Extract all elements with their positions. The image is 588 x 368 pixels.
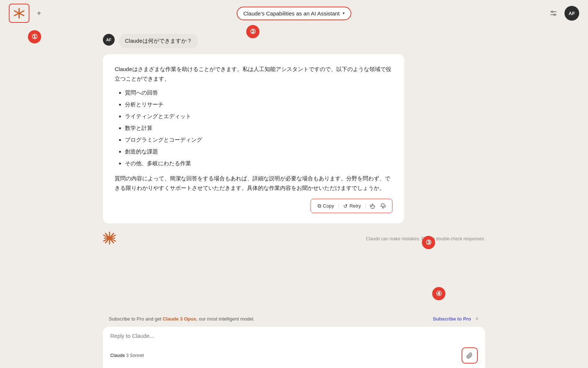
retry-icon: ↺ — [343, 203, 348, 209]
new-chat-button[interactable]: + — [32, 7, 46, 20]
list-item: 分析とリサーチ — [125, 100, 392, 109]
user-message-bubble: Claudeは何ができますか？ — [119, 34, 198, 48]
user-avatar[interactable]: AF — [564, 6, 579, 21]
subscribe-text: Subscribe to Pro and get Claude 3 Opus, … — [109, 316, 255, 322]
message-actions: ⧉ Copy ↺ Retry — [115, 199, 392, 213]
thumbs-up-button[interactable] — [367, 202, 377, 210]
list-item: プログラミングとコーディング — [125, 135, 392, 144]
thumbs-up-icon — [369, 203, 375, 209]
list-item: その他、多岐にわたる作業 — [125, 159, 392, 168]
assistant-intro: Claudeはさまざまな作業を助けることができます。私は人工知能アシスタントです… — [115, 64, 392, 84]
model-label: Claude 3 Sonnet — [110, 353, 144, 358]
settings-icon — [550, 10, 557, 17]
list-item: 数学と計算 — [125, 124, 392, 132]
disclaimer-text: Claude can make mistakes. Please double-… — [366, 236, 485, 241]
settings-button[interactable] — [547, 7, 560, 20]
thumbs-down-button[interactable] — [378, 202, 388, 210]
user-message: AF Claudeは何ができますか？ — [103, 34, 198, 48]
conversation-title-button[interactable]: Claude's Capabilities as an AI Assistant… — [237, 7, 351, 20]
disclaimer-row: Claude can make mistakes. Please double-… — [103, 229, 485, 248]
assistant-message-text: Claudeはさまざまな作業を助けることができます。私は人工知能アシスタントです… — [115, 64, 392, 193]
header: + Claude's Capabilities as an AI Assista… — [0, 0, 588, 26]
capabilities-list: 質問への回答 分析とリサーチ ライティングとエディット 数学と計算 プログラミン… — [115, 88, 392, 168]
thumbs-down-icon — [380, 203, 386, 209]
chat-area: AF Claudeは何ができますか？ Claudeはさまざまな作業を助けることが… — [0, 26, 588, 324]
header-left: + — [9, 4, 46, 23]
header-right: AF — [547, 6, 579, 21]
chevron-down-icon: ▾ — [343, 11, 345, 16]
action-button-group: ⧉ Copy ↺ Retry — [311, 199, 392, 213]
attachment-icon — [466, 352, 473, 359]
footer-area: Subscribe to Pro and get Claude 3 Opus, … — [0, 312, 588, 368]
action-divider-2 — [365, 203, 366, 209]
copy-button[interactable]: ⧉ Copy — [315, 201, 337, 210]
close-banner-button[interactable]: × — [475, 315, 479, 322]
attachment-button[interactable] — [462, 347, 478, 364]
subscribe-banner: Subscribe to Pro and get Claude 3 Opus, … — [103, 312, 485, 325]
retry-button[interactable]: ↺ Retry — [340, 202, 364, 210]
conversation-title-text: Claude's Capabilities as an AI Assistant — [243, 10, 340, 17]
reply-input[interactable] — [110, 333, 478, 343]
user-message-avatar: AF — [103, 34, 115, 46]
assistant-outro: 質問の内容によって、簡潔な回答をする場合もあれば、詳細な説明が必要な場合もありま… — [115, 174, 392, 193]
list-item: 質問への回答 — [125, 88, 392, 97]
list-item: 創造的な課題 — [125, 147, 392, 156]
action-divider-1 — [338, 203, 339, 209]
subscribe-link[interactable]: Subscribe to Pro — [433, 316, 471, 322]
list-item: ライティングとエディット — [125, 112, 392, 121]
logo-button[interactable] — [9, 4, 29, 23]
svg-point-5 — [552, 11, 553, 13]
subscribe-right: Subscribe to Pro × — [433, 315, 479, 322]
svg-point-6 — [554, 14, 555, 15]
copy-icon: ⧉ — [318, 203, 321, 209]
claude-asterisk-logo — [103, 231, 116, 246]
input-footer: Claude 3 Sonnet — [110, 347, 478, 364]
input-area: Claude 3 Sonnet — [103, 327, 485, 368]
assistant-message: Claudeはさまざまな作業を助けることができます。私は人工知能アシスタントです… — [103, 54, 404, 223]
header-center: Claude's Capabilities as an AI Assistant… — [237, 7, 351, 20]
